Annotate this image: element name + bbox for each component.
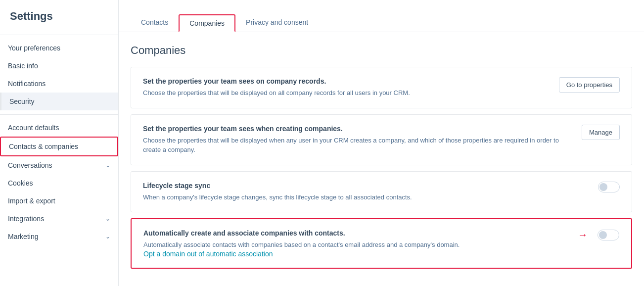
card-properties-creating: Set the properties your team sees when c…	[131, 114, 632, 165]
card-text: Lifecycle stage sync When a company's li…	[143, 182, 598, 202]
card-description: When a company's lifecycle stage changes…	[143, 192, 586, 202]
card-text: Set the properties your team sees when c…	[143, 125, 582, 155]
tab-companies[interactable]: Companies	[179, 14, 235, 32]
sidebar-item-label: Your preferences	[8, 44, 60, 52]
section-title: Companies	[131, 44, 632, 57]
sidebar-item-label: Account defaults	[8, 124, 59, 132]
sidebar-item-account-defaults[interactable]: Account defaults	[0, 119, 118, 137]
sidebar-item-cookies[interactable]: Cookies	[0, 174, 118, 192]
sidebar-item-label: Contacts & companies	[9, 143, 78, 150]
settings-title: Settings	[0, 0, 118, 31]
auto-associate-toggle[interactable]	[598, 230, 619, 240]
arrow-right-icon: →	[578, 229, 588, 240]
main-content: Contacts Companies Privacy and consent C…	[119, 0, 644, 286]
sidebar-item-label: Marketing	[8, 233, 38, 240]
tabs-container: Contacts Companies Privacy and consent	[131, 14, 632, 32]
sidebar-item-security[interactable]: Security	[0, 93, 118, 110]
card-description: Automatically associate contacts with co…	[143, 240, 566, 250]
opt-out-link[interactable]: Opt a domain out of automatic associatio…	[143, 250, 273, 258]
sidebar-item-basic-info[interactable]: Basic info	[0, 57, 118, 75]
card-title: Set the properties your team sees when c…	[143, 125, 570, 133]
sidebar-item-integrations[interactable]: Integrations ⌄	[0, 210, 118, 228]
toggle-knob	[599, 231, 607, 239]
lifecycle-sync-toggle[interactable]	[598, 182, 620, 192]
main-header: Contacts Companies Privacy and consent	[119, 0, 644, 32]
sidebar-item-contacts-companies[interactable]: Contacts & companies	[0, 137, 118, 156]
sidebar-item-conversations[interactable]: Conversations ⌄	[0, 156, 118, 174]
card-text: Set the properties your team sees on com…	[143, 77, 559, 98]
tab-privacy-consent[interactable]: Privacy and consent	[235, 14, 319, 32]
card-description: Choose the properties that will be displ…	[143, 136, 570, 155]
sidebar-item-marketing[interactable]: Marketing ⌄	[0, 228, 118, 245]
card-action: Go to properties	[559, 77, 620, 93]
go-to-properties-button[interactable]: Go to properties	[559, 77, 620, 93]
sidebar-item-label: Security	[9, 97, 35, 105]
card-text: Automatically create and associate compa…	[143, 229, 578, 258]
sidebar-item-import-export[interactable]: Import & export	[0, 192, 118, 210]
card-auto-associate: Automatically create and associate compa…	[131, 218, 632, 269]
card-lifecycle-sync: Lifecycle stage sync When a company's li…	[131, 171, 632, 213]
card-title: Set the properties your team sees on com…	[143, 77, 547, 85]
sidebar-item-label: Conversations	[8, 161, 52, 169]
card-action: Manage	[582, 125, 620, 140]
content-area: Companies Set the properties your team s…	[119, 32, 644, 286]
sidebar: Settings Your preferences Basic info Not…	[0, 0, 119, 286]
sidebar-item-label: Import & export	[8, 197, 55, 205]
card-title: Automatically create and associate compa…	[143, 229, 566, 237]
toggle-knob	[599, 183, 607, 191]
card-action: →	[578, 229, 619, 240]
sidebar-item-label: Integrations	[8, 215, 44, 223]
card-action	[598, 182, 620, 192]
sidebar-item-notifications[interactable]: Notifications	[0, 75, 118, 93]
card-title: Lifecycle stage sync	[143, 182, 586, 190]
card-properties-display: Set the properties your team sees on com…	[131, 67, 632, 108]
sidebar-item-your-preferences[interactable]: Your preferences	[0, 39, 118, 57]
card-description: Choose the properties that will be displ…	[143, 88, 547, 98]
sidebar-item-label: Notifications	[8, 80, 46, 88]
sidebar-item-label: Basic info	[8, 62, 38, 70]
chevron-down-icon: ⌄	[105, 215, 110, 222]
chevron-down-icon: ⌄	[105, 162, 110, 169]
manage-button[interactable]: Manage	[582, 125, 620, 140]
tab-contacts[interactable]: Contacts	[131, 14, 179, 32]
chevron-down-icon: ⌄	[105, 233, 110, 240]
sidebar-item-label: Cookies	[8, 179, 33, 187]
